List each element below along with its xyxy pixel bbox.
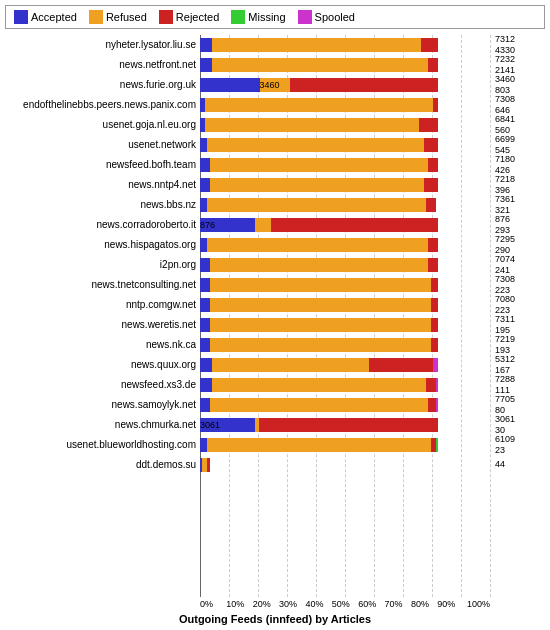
refused-segment [210,158,429,172]
rejected-segment [419,118,438,132]
accepted-segment [200,238,207,252]
row-label: news.samoylyk.net [5,399,200,410]
row-label: newsfeed.xs3.de [5,379,200,390]
legend-color [231,10,245,24]
x-tick: 80% [411,599,437,609]
rejected-segment [431,338,438,352]
rejected-segment [426,198,436,212]
row-label: news.nk.ca [5,339,200,350]
bar-values: 44 [493,459,545,469]
value1: 7219 [495,334,545,344]
accepted-segment [200,58,212,72]
accepted-segment [200,258,210,272]
value1: 3061 [495,414,545,424]
row-label: news.quux.org [5,359,200,370]
x-tick: 20% [253,599,279,609]
table-row: news.samoylyk.net770580 [5,395,545,414]
rejected-segment [426,378,436,392]
refused-segment [210,298,431,312]
accepted-segment [200,158,210,172]
rejected-segment [207,458,209,472]
refused-segment [255,218,272,232]
table-row: news.nk.ca7219193 [5,335,545,354]
table-row: usenet.network6699545 [5,135,545,154]
accepted-segment [200,378,212,392]
bar-values: 876293 [493,214,545,235]
legend-item: Missing [231,10,285,24]
bar-values: 7308223 [493,274,545,295]
refused-segment [210,398,429,412]
table-row: news.tnetconsulting.net7308223 [5,275,545,294]
bar-values: 6841560 [493,114,545,135]
bar-values: 306130 [493,414,545,435]
refused-segment [210,258,429,272]
refused-segment [210,278,431,292]
bar-values: 7074241 [493,254,545,275]
bar-values: 7295290 [493,234,545,255]
accepted-segment [200,178,210,192]
legend-item: Accepted [14,10,77,24]
bar-values: 6699545 [493,134,545,155]
refused-segment [212,58,429,72]
legend-color [14,10,28,24]
value1: 7705 [495,394,545,404]
bar-values: 73124330 [493,34,545,55]
table-row: news.hispagatos.org7295290 [5,235,545,254]
missing-segment [436,438,438,452]
legend-label: Refused [106,11,147,23]
accepted-segment [200,358,212,372]
bar-values: 5312167 [493,354,545,375]
chart-area: nyheter.lysator.liu.se73124330news.netfr… [5,35,545,625]
table-row: news.nntp4.net7218396 [5,175,545,194]
refused-segment [212,378,426,392]
row-label: ddt.demos.su [5,459,200,470]
rejected-segment [259,418,438,432]
value1: 7074 [495,254,545,264]
value1: 7232 [495,54,545,64]
bar-values: 7288111 [493,374,545,395]
row-label: news.tnetconsulting.net [5,279,200,290]
x-tick: 40% [305,599,331,609]
value1: 876 [495,214,545,224]
rejected-segment [428,258,438,272]
row-label: nyheter.lysator.liu.se [5,39,200,50]
row-label: usenet.network [5,139,200,150]
legend-label: Rejected [176,11,219,23]
row-label: nntp.comgw.net [5,299,200,310]
rejected-segment [424,138,438,152]
rejected-segment [290,78,438,92]
table-row: news.quux.org5312167 [5,355,545,374]
chart-title: Outgoing Feeds (innfeed) by Articles [5,613,545,625]
bar-values: 7080223 [493,294,545,315]
table-row: news.corradoroberto.it876876293 [5,215,545,234]
inline-value-label: 3061 [200,420,220,430]
value1: 3460 [495,74,545,84]
accepted-segment [200,298,210,312]
row-label: news.corradoroberto.it [5,219,200,230]
legend: AcceptedRefusedRejectedMissingSpooled [5,5,545,29]
rejected-segment [424,178,438,192]
refused-segment [210,318,431,332]
accepted-segment [200,398,210,412]
table-row: i2pn.org7074241 [5,255,545,274]
accepted-segment [200,138,207,152]
table-row: usenet.blueworldhosting.com610923 [5,435,545,454]
refused-segment [210,178,424,192]
bar-values: 7219193 [493,334,545,355]
value1: 5312 [495,354,545,364]
accepted-segment [200,78,260,92]
accepted-segment [200,338,210,352]
rejected-segment [428,238,438,252]
value1: 7295 [495,234,545,244]
bar-values: 7308646 [493,94,545,115]
inline-value-label: 3460 [260,80,280,90]
refused-segment [207,238,428,252]
bar-values: 3460803 [493,74,545,95]
value1: 7311 [495,314,545,324]
x-tick: 0% [200,599,226,609]
value1: 6699 [495,134,545,144]
rejected-segment [433,98,438,112]
row-label: usenet.blueworldhosting.com [5,439,200,450]
spooled-segment [436,398,438,412]
table-row: newsfeed.bofh.team7180426 [5,155,545,174]
